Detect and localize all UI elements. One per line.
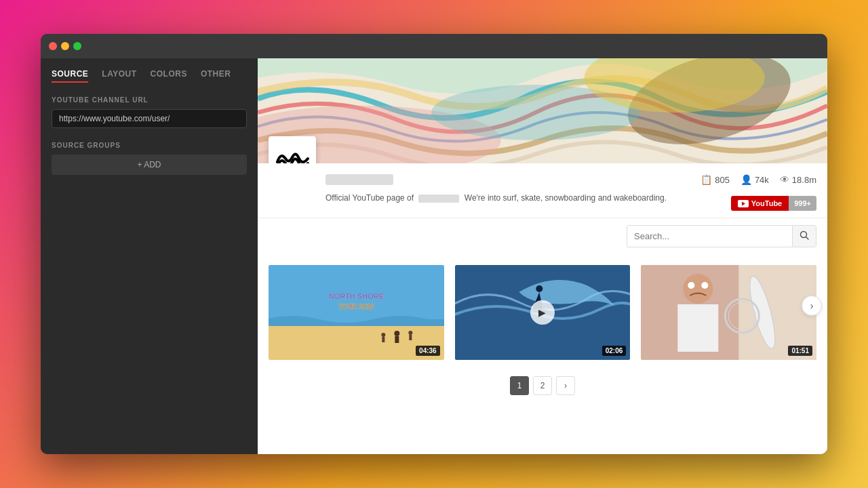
search-button[interactable] [792, 226, 816, 247]
channel-name-blurred [326, 174, 393, 185]
page-next-button[interactable]: › [556, 376, 575, 395]
channel-info: Official YouTube page of We're into surf… [258, 163, 827, 218]
youtube-url-label: YOUTUBE CHANNEL URL [52, 96, 247, 104]
svg-point-17 [408, 331, 412, 335]
tab-layout[interactable]: LAYOUT [102, 69, 136, 83]
video-duration-1: 04:36 [416, 346, 440, 356]
add-source-button[interactable]: + ADD [52, 155, 247, 175]
page-button-2[interactable]: 2 [533, 376, 552, 395]
tab-source[interactable]: SOURCE [52, 69, 88, 83]
search-wrapper [627, 225, 816, 247]
video-duration-3: 01:51 [788, 346, 812, 356]
svg-point-28 [688, 282, 695, 289]
svg-rect-16 [395, 336, 399, 343]
content-area: SOURCE LAYOUT COLORS OTHER YOUTUBE CHANN… [41, 58, 827, 454]
youtube-play-icon [738, 200, 749, 207]
subscribers-stat: 👤 74k [741, 174, 769, 185]
left-panel: SOURCE LAYOUT COLORS OTHER YOUTUBE CHANN… [41, 58, 258, 454]
videos-icon: 📋 [701, 174, 712, 185]
maximize-button[interactable] [73, 42, 81, 50]
video-card-1[interactable]: NORTH SHORE TOUR 2016 [269, 265, 444, 360]
tab-other[interactable]: OTHER [201, 69, 231, 83]
source-groups-label: SOURCE GROUPS [52, 142, 247, 149]
svg-text:NORTH SHORE: NORTH SHORE [329, 292, 384, 300]
videos-stat: 📋 805 [701, 174, 730, 185]
svg-rect-14 [382, 337, 384, 342]
channel-banner [258, 58, 827, 163]
minimize-button[interactable] [61, 42, 69, 50]
videos-area: NORTH SHORE TOUR 2016 [258, 254, 827, 454]
search-input[interactable] [627, 226, 792, 246]
video-thumb-1: NORTH SHORE TOUR 2016 [269, 265, 444, 360]
titlebar [41, 34, 827, 58]
svg-point-13 [381, 333, 385, 337]
right-panel: Official YouTube page of We're into surf… [258, 58, 827, 454]
svg-rect-18 [409, 335, 412, 340]
search-area [258, 218, 827, 254]
channel-name-inline-blurred [418, 195, 459, 203]
subscribers-icon: 👤 [741, 174, 752, 185]
svg-line-8 [806, 237, 809, 240]
svg-point-26 [684, 274, 713, 304]
svg-point-29 [702, 282, 709, 289]
carousel-next-button[interactable]: › [802, 296, 822, 316]
page-button-1[interactable]: 1 [510, 376, 529, 395]
traffic-lights [49, 42, 81, 50]
svg-text:TOUR 2016: TOUR 2016 [338, 303, 375, 310]
videos-count: 805 [715, 175, 730, 185]
close-button[interactable] [49, 42, 57, 50]
video-play-2[interactable]: ▶ [530, 300, 555, 325]
youtube-subscribe-button[interactable]: YouTube [731, 196, 789, 211]
channel-logo [269, 136, 316, 163]
channel-description: Official YouTube page of We're into surf… [326, 193, 701, 203]
videos-grid: NORTH SHORE TOUR 2016 [269, 265, 816, 360]
views-stat: 👁 18.8m [780, 174, 816, 185]
tab-colors[interactable]: COLORS [151, 69, 187, 83]
video-duration-2: 02:06 [602, 346, 627, 356]
subscribe-button-group: YouTube 999+ [731, 196, 816, 211]
pagination: 1 2 › [269, 371, 816, 401]
svg-point-20 [536, 285, 542, 292]
tab-bar: SOURCE LAYOUT COLORS OTHER [52, 69, 247, 83]
subscribers-count: 74k [755, 175, 769, 185]
channel-stats: 📋 805 👤 74k 👁 18.8m [701, 174, 816, 185]
video-thumb-3: 01:51 [641, 265, 816, 360]
views-icon: 👁 [780, 174, 789, 185]
video-card-3[interactable]: 01:51 [641, 265, 816, 360]
svg-point-15 [394, 331, 399, 336]
video-card-2[interactable]: ▶ 02:06 [455, 265, 631, 360]
app-window: SOURCE LAYOUT COLORS OTHER YOUTUBE CHANN… [41, 34, 827, 454]
views-count: 18.8m [792, 175, 816, 185]
video-thumb-2: ▶ 02:06 [455, 265, 631, 360]
youtube-url-input[interactable] [52, 109, 247, 128]
search-icon [800, 230, 809, 240]
youtube-count-button[interactable]: 999+ [789, 196, 816, 211]
channel-meta: Official YouTube page of We're into surf… [326, 174, 701, 203]
videos-wrapper: NORTH SHORE TOUR 2016 [269, 265, 816, 360]
svg-rect-27 [678, 304, 719, 352]
